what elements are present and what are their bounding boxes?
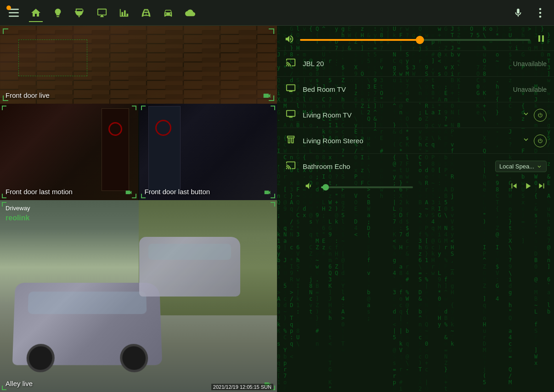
living-room-tv-power[interactable]: [534, 109, 547, 122]
alley-timestamp: 2021/12/19 12:05:15 SUN: [211, 384, 273, 390]
bathroom-echo-volume-track[interactable]: [321, 186, 413, 188]
bathroom-echo-media-controls: [509, 181, 547, 193]
device-row-bathroom-echo: Bathroom Echo Local Spea...: [277, 153, 554, 179]
volume-slider-thumb[interactable]: [416, 36, 424, 44]
main-content: Front door live: [0, 26, 554, 392]
play-button[interactable]: [523, 181, 533, 193]
volume-icon: [284, 34, 294, 46]
nav-item-road[interactable]: [136, 3, 156, 23]
front-door-button-camera-icon: [263, 187, 271, 196]
living-room-tv-icon: [284, 109, 297, 121]
camera-mid-row: Front door last motion: [0, 104, 277, 200]
nav-left-section: [4, 3, 200, 23]
living-room-stereo-icon: [284, 134, 297, 147]
device-row-living-room-stereo: Living Room Stereo: [277, 128, 554, 153]
front-door-live-camera-icon: [262, 90, 271, 100]
jbl20-cast-icon: [284, 57, 297, 70]
main-volume-row: [277, 29, 554, 50]
camera-panel: Front door live: [0, 26, 277, 392]
nav-item-monitor[interactable]: [92, 3, 112, 23]
front-door-motion-label: Front door last motion: [6, 188, 73, 196]
bathroom-echo-icon: [284, 160, 297, 173]
reolink-brand-label: reolink: [6, 214, 29, 222]
svg-rect-2: [9, 16, 19, 17]
top-navigation: [0, 0, 554, 26]
camera-front-door-motion[interactable]: Front door last motion: [0, 104, 139, 200]
svg-point-4: [539, 11, 542, 14]
microphone-button[interactable]: [508, 3, 528, 23]
bedroom-tv-name: Bed Room TV: [303, 85, 508, 93]
living-room-stereo-chevron[interactable]: [522, 135, 530, 146]
camera-front-door-button[interactable]: Front door last button: [139, 104, 277, 200]
bathroom-echo-sub-controls: [277, 179, 554, 197]
svg-rect-1: [9, 12, 19, 13]
living-room-tv-chevron[interactable]: [522, 110, 530, 120]
jbl20-name: JBL 20: [303, 60, 508, 67]
nav-item-lights[interactable]: [48, 3, 68, 23]
front-door-live-label: Front door live: [6, 91, 50, 99]
volume-slider-fill: [300, 39, 420, 41]
pause-button[interactable]: [536, 33, 547, 47]
next-track-button[interactable]: [537, 181, 547, 193]
controls-content: JBL 20 Unavailable Bed Room TV Unavailab…: [277, 26, 554, 201]
bathroom-echo-output-dropdown[interactable]: Local Spea...: [495, 161, 547, 172]
nav-item-grill[interactable]: [70, 3, 90, 23]
nav-item-home[interactable]: [26, 3, 46, 23]
svg-point-3: [539, 8, 542, 10]
sub-volume-icon: [303, 181, 316, 193]
svg-point-5: [539, 15, 542, 17]
nav-item-graph[interactable]: [114, 3, 134, 23]
bathroom-echo-volume-thumb[interactable]: [322, 184, 329, 190]
living-room-tv-actions: [522, 109, 547, 122]
nav-right-section: [508, 3, 550, 23]
device-row-living-room-tv: Living Room TV: [277, 102, 554, 128]
front-door-motion-camera-icon: [124, 187, 133, 196]
device-row-jbl20: JBL 20 Unavailable: [277, 50, 554, 76]
living-room-stereo-name: Living Room Stereo: [303, 137, 516, 145]
notification-dot: [6, 6, 11, 10]
previous-track-button[interactable]: [509, 181, 519, 193]
nav-item-cloud[interactable]: [180, 3, 200, 23]
bathroom-echo-name: Bathroom Echo: [303, 162, 490, 170]
bedroom-tv-icon: [284, 83, 297, 95]
living-room-stereo-power[interactable]: [534, 134, 547, 147]
device-row-bedroom-tv: Bed Room TV Unavailable: [277, 76, 554, 102]
control-panel: j^<>J4y+QCiX`G.Gf9fI+,lDZ?nQF;q\k19ybp)^…: [277, 26, 554, 392]
camera-front-door-live[interactable]: Front door live: [0, 26, 277, 104]
bathroom-echo-output-value: Local Spea...: [499, 163, 534, 170]
bathroom-echo-actions: Local Spea...: [495, 161, 547, 172]
front-door-button-label: Front door last button: [145, 188, 210, 196]
living-room-stereo-actions: [522, 134, 547, 147]
volume-slider-track[interactable]: [300, 39, 530, 41]
alley-live-label: Alley live: [6, 380, 33, 387]
bedroom-tv-status: Unavailable: [513, 86, 547, 93]
driveway-label: Driveway: [6, 205, 30, 212]
jbl20-status: Unavailable: [513, 60, 547, 67]
menu-button[interactable]: [4, 3, 24, 23]
nav-item-car[interactable]: [158, 3, 178, 23]
more-options-button[interactable]: [530, 3, 550, 23]
living-room-tv-name: Living Room TV: [303, 111, 516, 119]
camera-driveway-alley[interactable]: Driveway reolink Alley live 2021/12/19 1…: [0, 200, 277, 392]
